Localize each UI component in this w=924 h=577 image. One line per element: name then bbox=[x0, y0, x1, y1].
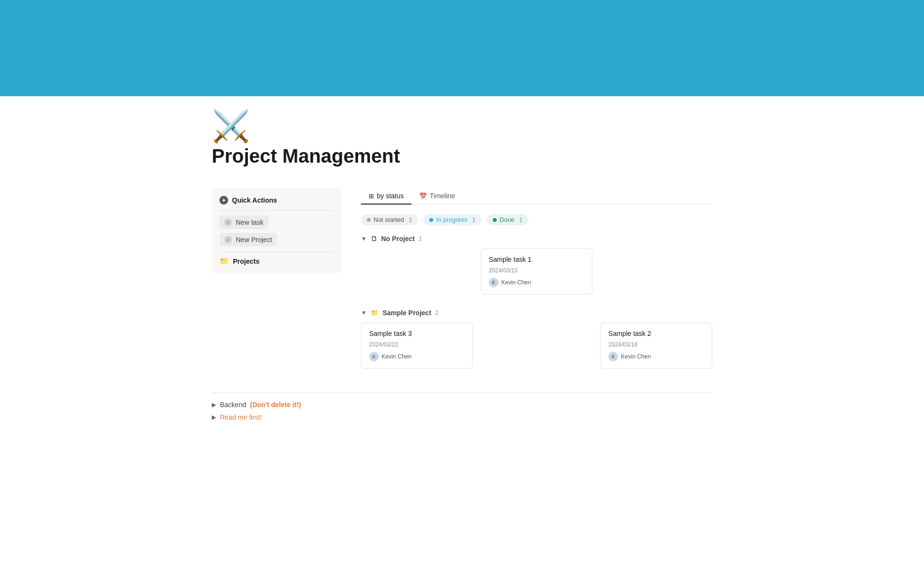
main-content: ⊞ by status 📅 Timeline Not started 1 In … bbox=[361, 188, 712, 383]
sidebar-divider-1 bbox=[219, 210, 334, 211]
not-started-label: Not started bbox=[373, 216, 404, 223]
sample-project-count: 2 bbox=[435, 309, 438, 316]
not-started-dot bbox=[367, 218, 371, 222]
no-project-in-progress-col: Sample task 1 2024/03/15 K Kevin Chen bbox=[481, 248, 593, 295]
sidebar: + Quick Actions ✓ New task ✓ New Project… bbox=[212, 188, 342, 273]
task-card-sample3-assignee: K Kevin Chen bbox=[369, 352, 465, 361]
in-progress-dot bbox=[429, 218, 433, 222]
status-done[interactable]: Done 1 bbox=[487, 214, 528, 225]
no-project-folder-icon: 🗋 bbox=[371, 235, 377, 243]
hero-banner bbox=[0, 0, 924, 96]
backend-label: Backend bbox=[220, 401, 246, 409]
task-card-sample1-date: 2024/03/15 bbox=[489, 267, 585, 274]
backend-warning: (Don't delete it!) bbox=[250, 401, 301, 409]
sample-project-in-progress-col bbox=[481, 322, 593, 369]
sidebar-divider-2 bbox=[219, 251, 334, 252]
new-task-label: New task bbox=[236, 218, 264, 226]
assignee-name-kevin2: Kevin Chen bbox=[621, 353, 651, 360]
task-card-sample3-title: Sample task 3 bbox=[369, 330, 465, 337]
status-not-started[interactable]: Not started 1 bbox=[361, 214, 418, 225]
read-me-arrow: ▶ bbox=[212, 414, 216, 421]
avatar-kevin1: K bbox=[489, 278, 499, 287]
not-started-count: 1 bbox=[409, 217, 412, 223]
folder-icon: 📁 bbox=[219, 256, 229, 266]
add-icon[interactable]: + bbox=[219, 196, 228, 205]
new-project-label: New Project bbox=[236, 236, 272, 244]
sample-project-name: Sample Project bbox=[383, 309, 431, 317]
by-status-icon: ⊞ bbox=[369, 192, 374, 200]
read-me-label: Read me first! bbox=[220, 413, 262, 421]
tab-by-status[interactable]: ⊞ by status bbox=[361, 188, 411, 205]
avatar-kevin3: K bbox=[369, 352, 379, 361]
group-no-project: ▼ 🗋 No Project 1 Sample task 1 2024/03/1… bbox=[361, 235, 712, 295]
no-project-done-col bbox=[600, 248, 712, 295]
new-project-button[interactable]: ✓ New Project bbox=[219, 233, 277, 246]
page-title: Project Management bbox=[212, 145, 712, 167]
assignee-name-kevin3: Kevin Chen bbox=[382, 353, 411, 360]
check-icon-project: ✓ bbox=[224, 236, 232, 244]
tab-by-status-label: by status bbox=[377, 192, 404, 200]
status-in-progress[interactable]: In progress 1 bbox=[424, 214, 481, 225]
check-icon-task: ✓ bbox=[224, 218, 232, 226]
sample-project-not-started-col: Sample task 3 2024/03/22 K Kevin Chen bbox=[361, 322, 473, 369]
task-card-sample2-title: Sample task 2 bbox=[608, 330, 704, 337]
main-layout: + Quick Actions ✓ New task ✓ New Project… bbox=[212, 188, 712, 383]
done-count: 1 bbox=[519, 217, 523, 223]
group-sample-project: ▼ 📁 Sample Project 2 Sample task 3 2024/… bbox=[361, 309, 712, 369]
new-task-button[interactable]: ✓ New task bbox=[219, 216, 269, 229]
task-card-sample2-date: 2024/03/18 bbox=[608, 341, 704, 348]
task-card-sample1-assignee: K Kevin Chen bbox=[489, 278, 585, 287]
task-card-sample2[interactable]: Sample task 2 2024/03/18 K Kevin Chen bbox=[600, 322, 712, 369]
page-icon: ⚔️ bbox=[212, 111, 712, 141]
read-me-item[interactable]: ▶ Read me first! bbox=[212, 413, 712, 421]
timeline-icon: 📅 bbox=[419, 192, 427, 200]
backend-item[interactable]: ▶ Backend (Don't delete it!) bbox=[212, 401, 712, 409]
projects-label: Projects bbox=[233, 257, 259, 265]
page-header: ⚔️ Project Management bbox=[212, 96, 712, 188]
backend-arrow: ▶ bbox=[212, 401, 216, 408]
done-dot bbox=[493, 218, 497, 222]
no-project-columns: Sample task 1 2024/03/15 K Kevin Chen bbox=[361, 248, 712, 295]
task-card-sample1-title: Sample task 1 bbox=[489, 256, 585, 263]
tabs-bar: ⊞ by status 📅 Timeline bbox=[361, 188, 712, 205]
status-row: Not started 1 In progress 1 Done 1 bbox=[361, 214, 712, 225]
bottom-section: ▶ Backend (Don't delete it!) ▶ Read me f… bbox=[212, 393, 712, 421]
task-card-sample2-assignee: K Kevin Chen bbox=[608, 352, 704, 361]
done-label: Done bbox=[500, 216, 514, 223]
no-project-name: No Project bbox=[381, 235, 415, 243]
sample-project-columns: Sample task 3 2024/03/22 K Kevin Chen bbox=[361, 322, 712, 369]
in-progress-label: In progress bbox=[436, 216, 467, 223]
task-card-sample3-date: 2024/03/22 bbox=[369, 341, 465, 348]
quick-actions-label: Quick Actions bbox=[232, 196, 277, 204]
task-card-sample3[interactable]: Sample task 3 2024/03/22 K Kevin Chen bbox=[361, 322, 473, 369]
assignee-name-kevin1: Kevin Chen bbox=[501, 279, 531, 286]
no-project-not-started-col bbox=[361, 248, 473, 295]
tab-timeline[interactable]: 📅 Timeline bbox=[411, 188, 462, 205]
sample-project-done-col: Sample task 2 2024/03/18 K Kevin Chen bbox=[600, 322, 712, 369]
tab-timeline-label: Timeline bbox=[430, 192, 455, 200]
no-project-count: 1 bbox=[419, 235, 422, 242]
sample-project-collapse[interactable]: ▼ bbox=[361, 309, 367, 316]
sample-project-header: ▼ 📁 Sample Project 2 bbox=[361, 309, 712, 317]
sidebar-quick-actions-header: + Quick Actions bbox=[219, 196, 334, 205]
sample-project-folder-icon: 📁 bbox=[371, 309, 379, 317]
avatar-kevin2: K bbox=[608, 352, 618, 361]
in-progress-count: 1 bbox=[472, 217, 475, 223]
no-project-collapse[interactable]: ▼ bbox=[361, 235, 367, 242]
no-project-header: ▼ 🗋 No Project 1 bbox=[361, 235, 712, 243]
task-card-sample1[interactable]: Sample task 1 2024/03/15 K Kevin Chen bbox=[481, 248, 593, 295]
sidebar-projects[interactable]: 📁 Projects bbox=[219, 256, 334, 266]
